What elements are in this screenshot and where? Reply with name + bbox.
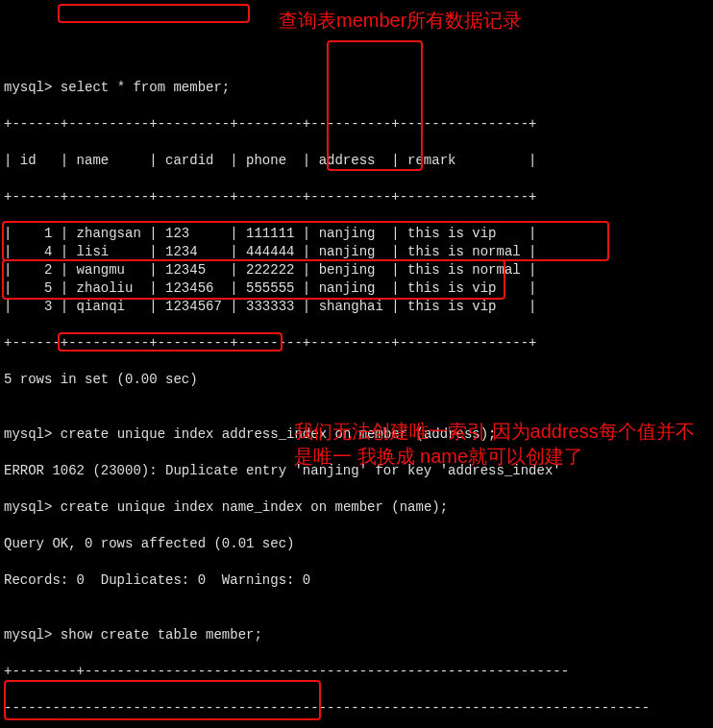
prompt: mysql> bbox=[4, 426, 52, 442]
table-row: | 4 | lisi | 1234 | 444444 | nanjing | t… bbox=[4, 243, 709, 261]
table-row: | 3 | qianqi | 1234567 | 333333 | shangh… bbox=[4, 298, 709, 316]
table-row: | 1 | zhangsan | 123 | 111111 | nanjing … bbox=[4, 225, 709, 243]
rec3: Records: 0 Duplicates: 0 Warnings: 0 bbox=[4, 571, 709, 590]
sep2b: ----------------------------------------… bbox=[4, 699, 709, 717]
line-cmd4: mysql> show create table member; bbox=[4, 626, 709, 644]
err2: ERROR 1062 (23000): Duplicate entry 'nan… bbox=[4, 462, 709, 480]
sep2a: +--------+------------------------------… bbox=[4, 663, 709, 681]
line-cmd1: mysql> select * from member; bbox=[4, 79, 709, 97]
prompt: mysql> bbox=[4, 499, 52, 515]
cmd4-text: show create table member; bbox=[61, 627, 262, 643]
line-cmd2: mysql> create unique index address_index… bbox=[4, 425, 709, 444]
sep-top: +------+----------+---------+--------+--… bbox=[4, 115, 709, 133]
annotation-1: 查询表member所有数据记录 bbox=[279, 8, 522, 33]
table-row: | 5 | zhaoliu | 123456 | 555555 | nanjin… bbox=[4, 279, 709, 298]
table-body: | 1 | zhangsan | 123 | 111111 | nanjing … bbox=[4, 225, 709, 316]
sep-bot: +------+----------+---------+--------+--… bbox=[4, 334, 709, 352]
table-row: | 2 | wangmu | 12345 | 222222 | benjing … bbox=[4, 261, 709, 279]
hdr: | id | name | cardid | phone | address |… bbox=[4, 152, 709, 170]
prompt: mysql> bbox=[4, 80, 52, 95]
ok3: Query OK, 0 rows affected (0.01 sec) bbox=[4, 535, 709, 553]
sep-mid: +------+----------+---------+--------+--… bbox=[4, 188, 709, 206]
line-cmd3: mysql> create unique index name_index on… bbox=[4, 498, 709, 517]
cmd3-text: create unique index name_index on member… bbox=[61, 499, 448, 515]
cmd2-text: create unique index address_index on mem… bbox=[61, 426, 497, 442]
rowcount: 5 rows in set (0.00 sec) bbox=[4, 371, 709, 389]
cmd1-text: select * from member; bbox=[61, 80, 230, 95]
prompt: mysql> bbox=[4, 627, 52, 643]
box-cmd1 bbox=[58, 4, 250, 23]
